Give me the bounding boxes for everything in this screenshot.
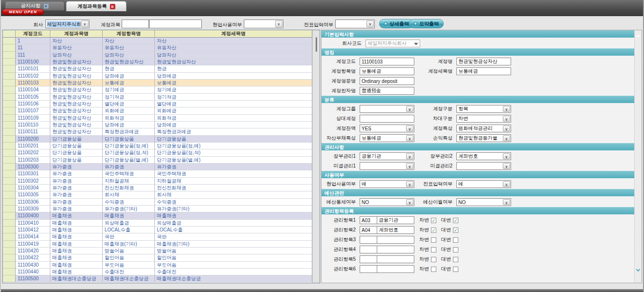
table-row[interactable]: 11100103현금및현금성자산보통예금보통예금 xyxy=(3,80,312,86)
debit-checkbox[interactable]: ✓ xyxy=(431,228,436,233)
slip-input-filter-select[interactable]: ∨ xyxy=(335,20,375,28)
debit-checkbox[interactable]: ✓ xyxy=(431,218,436,223)
row-selector[interactable] xyxy=(3,191,16,198)
debit-credit-class-select[interactable]: 차변∨ xyxy=(456,115,511,123)
credit-checkbox[interactable] xyxy=(453,257,458,262)
panel-scrollbar[interactable] xyxy=(634,30,642,283)
summary-print-button[interactable]: 요약출력 xyxy=(409,19,444,28)
row-selector[interactable] xyxy=(3,128,16,135)
chevron-down-icon[interactable]: ∨ xyxy=(406,125,413,131)
row-selector[interactable] xyxy=(3,143,16,149)
credit-checkbox[interactable] xyxy=(453,267,458,272)
table-row[interactable]: 1자산자산자산 xyxy=(3,38,312,44)
debit-checkbox[interactable] xyxy=(431,267,436,272)
mgmt-item-1-code-input[interactable]: A03 xyxy=(360,216,377,224)
table-row[interactable]: 11100301유가증권국민주택채권국민주택채권 xyxy=(3,170,312,177)
field-use-select[interactable]: 예∨ xyxy=(360,180,414,188)
chevron-down-icon[interactable]: ∨ xyxy=(406,163,413,169)
row-selector[interactable] xyxy=(3,122,16,128)
credit-checkbox[interactable]: ✓ xyxy=(453,228,458,233)
row-selector[interactable] xyxy=(3,233,16,240)
row-selector[interactable] xyxy=(3,212,16,219)
row-selector[interactable] xyxy=(3,227,16,233)
grid-column-header[interactable]: 계정세목명 xyxy=(155,30,312,38)
account-balance-select[interactable]: YES∨ xyxy=(360,125,414,132)
table-row[interactable]: 11100105현금및현금성자산정기적금정기적금 xyxy=(3,94,312,101)
chevron-down-icon[interactable]: ∨ xyxy=(503,135,510,141)
debit-checkbox[interactable] xyxy=(431,237,436,243)
table-row[interactable]: 11100202단기금융상품단기금융상품(정,적)단기금융상품(정,적) xyxy=(3,149,312,156)
book-mgmt-1-select[interactable]: 금융기관∨ xyxy=(360,152,414,160)
budget-control-select[interactable]: NO∨ xyxy=(360,198,414,206)
table-row[interactable]: 11100410매출채권외상매출금외상매출금 xyxy=(3,220,312,227)
chevron-down-icon[interactable]: ∨ xyxy=(406,106,413,112)
table-row[interactable]: 11100107현금및현금성자산외화예금외화예금 xyxy=(3,107,312,114)
table-row[interactable]: 11100203단기금융상품단기금융상품(별,예)단기금융상품(별,예) xyxy=(3,157,312,164)
row-selector[interactable] xyxy=(3,38,16,44)
table-row[interactable]: 11100111현금및현금성자산특정현금과예금특정현금과예금 xyxy=(3,128,312,135)
account-subject-input-2[interactable] xyxy=(149,20,202,28)
account-english-name-input[interactable]: Ordinary deposit xyxy=(360,77,414,85)
account-chinese-name-input[interactable]: 普通預金 xyxy=(360,87,414,95)
row-selector[interactable] xyxy=(3,136,16,143)
chevron-down-icon[interactable]: ∨ xyxy=(503,199,510,205)
table-row[interactable]: 11100500매출채권대손충당금매출채권대손충당금매출채권대손충당금 xyxy=(3,275,312,282)
mgmt-item-5-name-input[interactable] xyxy=(377,255,414,263)
credit-checkbox[interactable] xyxy=(453,237,458,243)
chevron-down-icon[interactable]: ∨ xyxy=(503,181,510,187)
tab-close-icon[interactable]: × xyxy=(110,4,115,9)
row-selector[interactable] xyxy=(3,115,16,122)
table-row[interactable]: 11100201단기금융상품단기금융상품(정,예)단기금융상품(정,예) xyxy=(3,143,312,149)
chevron-down-icon[interactable]: ∨ xyxy=(503,116,510,122)
table-row[interactable]: 11100422매출채권할인어음할인어음 xyxy=(3,254,312,261)
row-selector[interactable] xyxy=(3,80,16,86)
account-characteristic-select[interactable]: 원화예적금관리∨ xyxy=(456,125,511,132)
tab-close-icon[interactable]: × xyxy=(43,3,49,9)
row-selector[interactable] xyxy=(3,107,16,114)
row-selector[interactable] xyxy=(3,206,16,212)
chevron-down-icon[interactable]: ∨ xyxy=(406,153,413,159)
table-row[interactable]: 11100305유가증권회사채회사채 xyxy=(3,191,312,198)
chevron-down-icon[interactable]: ∨ xyxy=(81,21,88,27)
mgmt-item-5-code-input[interactable] xyxy=(360,255,377,263)
chevron-down-icon[interactable]: ∨ xyxy=(503,163,510,169)
book-mgmt-2-select[interactable]: 계좌번호∨ xyxy=(456,152,511,160)
chevron-down-icon[interactable]: ∨ xyxy=(406,135,413,141)
company-select[interactable]: 제일저지주식회사 ∨ xyxy=(45,20,89,28)
row-selector[interactable] xyxy=(3,157,16,164)
chevron-down-icon[interactable]: ∨ xyxy=(503,125,510,131)
row-selector[interactable] xyxy=(3,65,16,72)
table-row[interactable]: 11유동자산유동자산유동자산 xyxy=(3,44,312,51)
mgmt-item-2-name-input[interactable]: 계좌번호 xyxy=(377,226,414,234)
table-row[interactable]: 11100412매출채권LOCAL수출LOCAL수출 xyxy=(3,227,312,233)
debit-checkbox[interactable] xyxy=(431,257,436,262)
table-row[interactable]: 11100110현금및현금성자산당좌예금당좌예금 xyxy=(3,122,312,128)
table-row[interactable]: 11100200단기금융상품단기금융상품단기금융상품 xyxy=(3,136,312,143)
debit-checkbox[interactable] xyxy=(431,247,436,252)
row-selector[interactable] xyxy=(3,86,16,93)
asset-liability-select[interactable]: 보통예금∨ xyxy=(360,134,414,142)
row-selector[interactable] xyxy=(3,44,16,51)
counter-account-input[interactable] xyxy=(360,115,414,123)
row-selector[interactable] xyxy=(3,149,16,156)
chevron-down-icon[interactable]: ∨ xyxy=(275,21,282,27)
mgmt-item-4-name-input[interactable] xyxy=(377,246,414,253)
table-row[interactable]: 11100106현금및현금성자산별단예금별단예금 xyxy=(3,101,312,107)
table-row[interactable]: 11100100현금및현금성자산현금및현금성자산현금및현금성자산 xyxy=(3,59,312,65)
table-row[interactable]: 11100440매출채권수출대전수출대전 xyxy=(3,269,312,275)
mgmt-item-6-name-input[interactable] xyxy=(377,265,414,273)
row-selector[interactable] xyxy=(3,73,16,80)
row-selector[interactable] xyxy=(3,199,16,206)
row-selector[interactable] xyxy=(3,164,16,170)
table-row[interactable]: 11100101현금및현금성자산현금현금 xyxy=(3,65,312,72)
pending-mgmt-2-select[interactable]: ∨ xyxy=(456,162,511,170)
row-selector[interactable] xyxy=(3,269,16,275)
profit-loss-select[interactable]: 현금및현금등가물∨ xyxy=(456,134,511,142)
account-subject-input-1[interactable] xyxy=(122,20,149,28)
table-row[interactable]: 11100306유가증권수익증권수익증권 xyxy=(3,199,312,206)
table-row[interactable]: 11100304유가증권전신전화채권전신전화채권 xyxy=(3,185,312,191)
slip-input-select[interactable]: 예∨ xyxy=(456,180,511,188)
row-selector[interactable] xyxy=(3,262,16,269)
row-selector[interactable] xyxy=(3,178,16,185)
mgmt-item-6-code-input[interactable] xyxy=(360,265,377,273)
